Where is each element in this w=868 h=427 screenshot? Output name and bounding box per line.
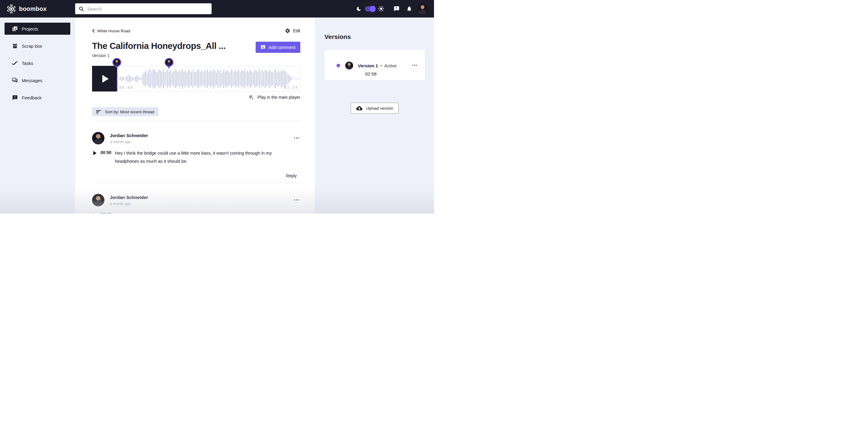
sort-icon [96,110,101,114]
user-avatar[interactable] [417,3,428,14]
breadcrumb[interactable]: White House Road [92,29,130,33]
breadcrumb-label: White House Road [97,29,130,33]
playlist-play-icon [249,94,254,100]
version-status: Active [384,63,397,68]
comment-menu-button[interactable] [293,136,301,140]
comment-plus-icon [260,45,266,50]
brand-name: boombox [19,5,46,12]
feedback-bubble-icon [12,95,18,100]
toggle-knob [369,6,376,12]
sidebar-item-projects[interactable]: Projects [4,23,70,35]
comment-author-name: Jordan Schneider [110,195,148,200]
comment-play-icon[interactable] [93,213,97,214]
chevron-left-icon [92,29,95,33]
version-duration: 02:58 [365,71,425,77]
boombox-logo-icon [7,4,16,13]
moon-icon [356,6,362,12]
comment-thread: Jordan Schneider a month ago 00:50 Hey I… [92,132,300,178]
versions-title: Versions [324,33,425,40]
edit-label: Edit [293,28,300,33]
sidebar-item-label: Projects [22,26,38,31]
marker-avatar [113,58,121,67]
sidebar-item-label: Messages [22,78,42,83]
navbar-actions [356,3,434,14]
sort-button[interactable]: Sort by: Most recent thread [92,107,158,116]
archive-box-icon [12,43,18,49]
elapsed-time: 00:00 [119,86,133,90]
app: boombox [0,0,434,214]
sort-label: Sort by: Most recent thread [105,110,154,114]
sidebar: Projects Scrap box Tasks [0,18,75,214]
chat-bubbles-icon [12,77,18,83]
sidebar-item-tasks[interactable]: Tasks [4,57,70,69]
double-check-icon [12,60,18,66]
waveform[interactable]: 00:00 -02:59 [117,66,300,92]
comment-author-avatar [92,194,104,206]
divider [92,183,300,183]
version-subtitle: Version 1 [92,53,226,58]
separator-dot: • [380,63,382,68]
waveform-bars [117,66,300,91]
play-in-main-player-label: Play in the main player [257,95,300,100]
comment-play-icon[interactable] [93,151,97,155]
comment-timestamp: 00:50 [100,150,113,155]
version-name: Version 1 [358,63,378,68]
navbar: boombox [0,0,434,18]
edit-button[interactable]: Edit [285,28,300,33]
sidebar-item-messages[interactable]: Messages [4,74,70,86]
sidebar-item-scrap-box[interactable]: Scrap box [4,40,70,52]
comment-thread: Jordan Schneider a month ago 00:00 [92,194,300,214]
comment-author-avatar [92,132,104,144]
waveform-comment-marker[interactable] [113,58,121,69]
search-input[interactable] [87,6,208,12]
brand[interactable]: boombox [0,4,71,13]
play-in-main-player-button[interactable]: Play in the main player [249,94,300,100]
version-card[interactable]: Version 1 • Active 02:58 [324,50,425,80]
page-title: The California Honeydrops_All ... [92,41,226,51]
comment-time-ago: a month ago [110,140,148,144]
comment-author-name: Jordan Schneider [110,133,148,138]
upload-version-button[interactable]: Upload version [351,103,398,114]
theme-toggle[interactable] [365,6,375,11]
audio-player: 00:00 -02:59 [92,66,300,92]
main-content: White House Road Edit The California Hon… [75,18,315,214]
search-bar[interactable] [75,3,212,14]
comment-time-ago: a month ago [110,202,148,206]
play-icon [102,75,108,83]
divider [92,121,300,121]
versions-panel: Versions Version 1 • Active 02:58 Upload [315,18,434,214]
upload-version-label: Upload version [366,106,393,111]
sun-icon [378,5,384,12]
reply-button[interactable]: Reply [286,173,297,178]
feedback-icon[interactable] [394,6,400,12]
version-menu-button[interactable] [411,63,418,67]
sidebar-item-label: Scrap box [22,43,42,49]
comment-text: Hey I think the bridge could use a littl… [115,149,285,165]
sidebar-item-label: Feedback [22,95,42,100]
add-comment-button[interactable]: Add comment [256,42,300,53]
sidebar-item-label: Tasks [22,61,33,66]
play-button[interactable] [92,66,117,92]
active-version-dot [337,64,340,67]
bell-icon[interactable] [406,6,412,12]
marker-avatar [164,58,173,67]
add-comment-label: Add comment [269,45,296,50]
gear-icon [285,28,290,33]
remaining-time: -02:59 [282,86,298,90]
comment-menu-button[interactable] [293,198,301,202]
search-icon [79,6,84,11]
sidebar-item-feedback[interactable]: Feedback [4,92,70,103]
version-author-avatar [345,62,353,69]
playhead [117,66,117,91]
waveform-comment-marker[interactable] [164,58,173,69]
comment-timestamp: 00:00 [100,212,113,214]
cloud-upload-icon [356,106,363,111]
music-library-icon [12,26,18,32]
